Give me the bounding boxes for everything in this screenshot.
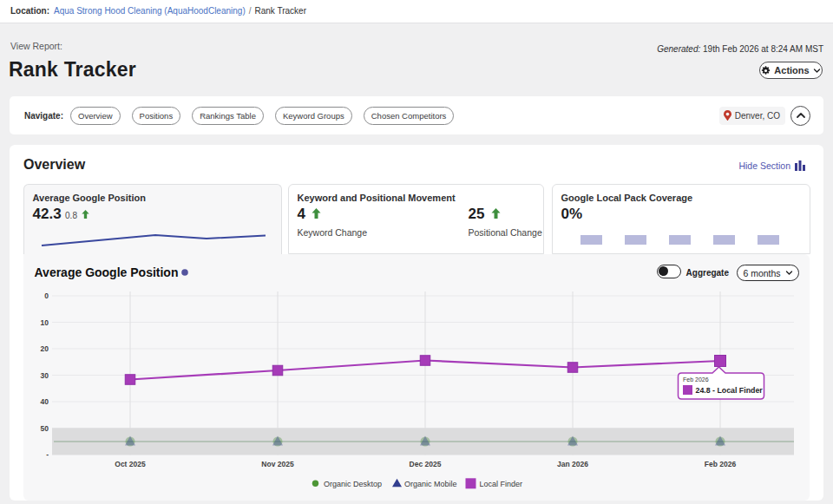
svg-text:Jan 2026: Jan 2026: [557, 460, 588, 468]
svg-text:20: 20: [40, 344, 49, 353]
svg-text:Nov 2025: Nov 2025: [261, 460, 294, 468]
svg-text:Organic Desktop: Organic Desktop: [324, 480, 382, 488]
svg-text:Organic Mobile: Organic Mobile: [404, 480, 457, 488]
svg-text:0: 0: [44, 291, 49, 300]
svg-text:Local Finder: Local Finder: [479, 480, 522, 488]
svg-text:10: 10: [40, 318, 49, 327]
svg-text:Oct 2025: Oct 2025: [115, 460, 146, 468]
svg-text:Feb 2026: Feb 2026: [683, 376, 709, 383]
svg-text:Dec 2025: Dec 2025: [409, 460, 441, 468]
svg-text:40: 40: [40, 397, 49, 406]
svg-text:24.8 - Local Finder: 24.8 - Local Finder: [695, 386, 763, 395]
svg-text:50: 50: [40, 424, 49, 433]
svg-text:-: -: [46, 450, 49, 459]
svg-text:30: 30: [40, 371, 49, 380]
svg-text:Feb 2026: Feb 2026: [704, 460, 736, 468]
